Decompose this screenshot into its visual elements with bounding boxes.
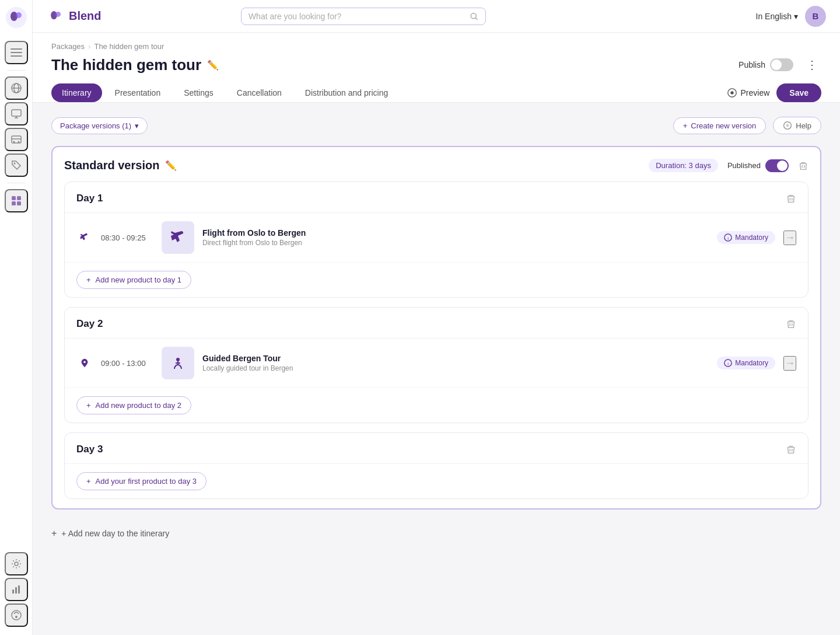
plus-icon: + (683, 121, 688, 130)
delete-day-2-button[interactable] (786, 319, 796, 329)
version-header: Standard version ✏️ Duration: 3 days Pub… (64, 159, 808, 172)
sidebar (0, 0, 33, 635)
avatar[interactable]: B (805, 6, 826, 27)
day-1-header: Day 1 (65, 182, 808, 213)
save-button[interactable]: Save (776, 83, 821, 102)
svg-point-15 (18, 141, 19, 143)
day-3-header: Day 3 (65, 433, 808, 464)
toolbar-row: Package versions (1) ▾ + Create new vers… (51, 117, 821, 134)
day-2-title: Day 2 (76, 318, 103, 330)
flight-name: Flight from Oslo to Bergen (202, 228, 709, 238)
tab-presentation[interactable]: Presentation (104, 83, 172, 102)
svg-rect-23 (15, 587, 17, 594)
pin-icon (79, 358, 90, 368)
day-2-header: Day 2 (65, 308, 808, 339)
flight-thumb-icon (169, 228, 187, 247)
search-icon (470, 12, 478, 21)
plus-icon: + (51, 528, 57, 539)
sidebar-divider-1 (7, 70, 26, 71)
sidebar-item-packages[interactable] (5, 189, 28, 212)
sidebar-divider-2 (7, 183, 26, 183)
version-publish-toggle[interactable] (765, 159, 789, 172)
tour-type-icon (76, 355, 93, 371)
preview-button[interactable]: Itinerary Preview (727, 88, 770, 98)
plus-icon: + (86, 275, 91, 284)
svg-point-26 (15, 616, 18, 618)
svg-point-32 (730, 91, 733, 94)
brand-link[interactable]: Blend (47, 7, 102, 26)
search-input[interactable] (249, 12, 465, 21)
more-options-button[interactable]: ⋮ (803, 55, 821, 74)
language-selector[interactable]: In English ▾ (756, 12, 798, 21)
day-1-title: Day 1 (76, 193, 103, 204)
tab-itinerary[interactable]: Itinerary (51, 83, 102, 102)
version-card: Standard version ✏️ Duration: 3 days Pub… (51, 146, 821, 510)
flight-type-icon (76, 229, 93, 246)
preview-icon (727, 88, 737, 98)
edit-version-button[interactable]: ✏️ (165, 160, 177, 171)
day-3-title: Day 3 (76, 444, 103, 455)
sidebar-hamburger[interactable] (5, 41, 28, 64)
toolbar-right: + Create new version Help (673, 117, 821, 134)
tab-settings[interactable]: Settings (173, 83, 224, 102)
add-day-button[interactable]: + + Add new day to the itinerary (51, 519, 169, 548)
svg-point-28 (55, 12, 61, 17)
sidebar-item-globe[interactable] (5, 76, 28, 100)
publish-toggle[interactable] (770, 58, 793, 71)
add-product-day-2-button[interactable]: + Add new product to day 2 (76, 396, 191, 414)
tour-arrow-button[interactable]: → (783, 356, 796, 371)
delete-day-1-button[interactable] (786, 193, 796, 204)
svg-point-34 (786, 124, 789, 127)
create-version-button[interactable]: + Create new version (673, 117, 766, 134)
tour-time: 09:00 - 13:00 (101, 359, 153, 368)
svg-rect-5 (10, 55, 22, 57)
flight-arrow-button[interactable]: → (783, 231, 796, 245)
sidebar-item-settings[interactable] (5, 552, 28, 575)
product-row-flight: 08:30 - 09:25 Flight from Oslo to Bergen (65, 213, 808, 263)
search-bar (241, 8, 486, 25)
tour-name: Guided Bergen Tour (202, 354, 709, 363)
nav-tab-right: Itinerary Preview Save (727, 83, 822, 102)
tab-cancellation[interactable]: Cancellation (226, 83, 292, 102)
sidebar-item-tag[interactable] (5, 153, 28, 177)
topbar-right: In English ▾ B (756, 6, 826, 27)
sidebar-item-monitor[interactable] (5, 102, 28, 125)
svg-text:i: i (727, 236, 729, 241)
brand-logo[interactable] (6, 7, 27, 28)
svg-point-14 (13, 141, 15, 143)
breadcrumb-parent[interactable]: Packages (51, 42, 85, 51)
delete-day-3-icon (786, 444, 796, 455)
flight-desc: Direct flight from Oslo to Bergen (202, 239, 709, 247)
flight-thumbnail (162, 221, 194, 254)
svg-point-46 (176, 358, 180, 361)
add-first-product-day-3-button[interactable]: + Add your first product to day 3 (76, 472, 206, 490)
help-button[interactable]: Help (773, 117, 821, 134)
sidebar-item-bus[interactable] (5, 128, 28, 151)
page-title-row: The hidden gem tour ✏️ Publish ⋮ (51, 55, 821, 74)
published-label: Published (727, 161, 761, 170)
publish-row: Publish (738, 58, 793, 71)
info-icon-2: i (724, 359, 732, 367)
version-title: Standard version ✏️ (64, 159, 177, 172)
main-area: Blend In English ▾ B (33, 0, 840, 635)
versions-dropdown[interactable]: Package versions (1) ▾ (51, 117, 148, 134)
svg-rect-18 (17, 196, 21, 200)
tab-distribution[interactable]: Distribution and pricing (295, 83, 398, 102)
breadcrumb: Packages › The hidden gem tour (51, 42, 821, 51)
add-product-day-1-button[interactable]: + Add new product to day 1 (76, 271, 191, 289)
flight-info: Flight from Oslo to Bergen Direct flight… (202, 228, 709, 247)
version-body: Day 1 (64, 182, 808, 499)
svg-rect-17 (12, 196, 16, 200)
nav-tabs: Itinerary Presentation Settings Cancella… (51, 83, 821, 102)
sidebar-item-chart[interactable] (5, 578, 28, 601)
sidebar-item-globe2[interactable] (5, 603, 28, 627)
delete-version-button[interactable] (798, 161, 808, 171)
day-card-1: Day 1 (64, 182, 808, 298)
tour-thumb-icon (169, 354, 187, 372)
flight-mandatory-badge: i Mandatory (717, 231, 775, 244)
edit-title-button[interactable]: ✏️ (207, 60, 219, 71)
plane-icon (79, 232, 90, 243)
chevron-down-icon: ▾ (135, 121, 139, 130)
day-card-3: Day 3 (64, 432, 808, 499)
delete-day-3-button[interactable] (786, 444, 796, 455)
